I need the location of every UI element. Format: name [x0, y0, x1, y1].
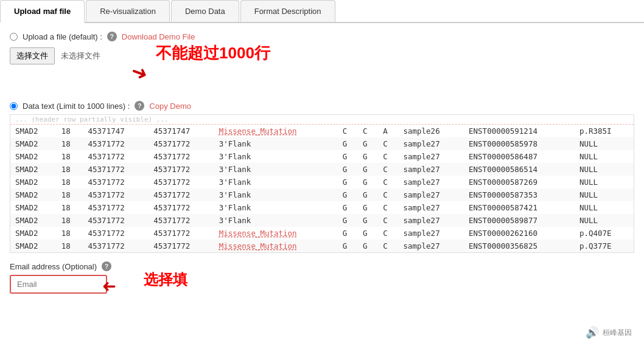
ref-cell: G	[338, 163, 358, 176]
alt2-cell: C	[378, 214, 398, 227]
protein-cell: NULL	[575, 163, 634, 176]
chr-cell: 18	[57, 201, 83, 214]
partial-header-row: ... (header row partially visible) ...	[10, 115, 634, 125]
chr-cell: 18	[57, 163, 83, 176]
file-input-row: 选择文件 未选择文件	[10, 47, 634, 64]
alt2-cell: C	[378, 150, 398, 163]
start-cell: 45371772	[83, 150, 149, 163]
sample-cell: sample27	[398, 214, 464, 227]
mutation-cell: 3'Flank	[214, 163, 338, 176]
no-file-label: 未选择文件	[61, 50, 100, 61]
table-row: SMAD2 18 45371747 45371747 Missense_Muta…	[10, 125, 634, 137]
main-content: Upload a file (default) : ? Download Dem…	[0, 23, 644, 302]
mutation-cell: 3'Flank	[214, 137, 338, 150]
gene-cell: SMAD2	[10, 150, 57, 163]
table-row: SMAD2 18 45371772 45371772 3'Flank G G C…	[10, 137, 634, 150]
transcript-cell: ENST00000587269	[464, 176, 575, 188]
email-input[interactable]	[10, 275, 107, 294]
table-row: SMAD2 18 45371772 45371772 3'Flank G G C…	[10, 163, 634, 176]
mutation-cell: 3'Flank	[214, 214, 338, 227]
alt2-cell: C	[378, 176, 398, 188]
transcript-cell: ENST00000587421	[464, 201, 575, 214]
tab-demo[interactable]: Demo Data	[171, 0, 239, 22]
alt1-cell: G	[358, 163, 378, 176]
upload-radio-label: Upload a file (default) :	[23, 32, 102, 41]
download-demo-link[interactable]: Download Demo File	[122, 32, 195, 41]
chr-cell: 18	[57, 125, 83, 137]
transcript-cell: ENST00000262160	[464, 227, 575, 240]
table-row: SMAD2 18 45371772 45371772 3'Flank G G C…	[10, 176, 634, 188]
upload-radio[interactable]	[10, 33, 18, 41]
sample-cell: sample27	[398, 240, 464, 252]
transcript-cell: ENST00000356825	[464, 240, 575, 252]
copy-demo-link[interactable]: Copy Demo	[149, 102, 191, 111]
transcript-cell: ENST00000585978	[464, 137, 575, 150]
mutation-cell: 3'Flank	[214, 176, 338, 188]
gene-cell: SMAD2	[10, 163, 57, 176]
protein-cell: NULL	[575, 137, 634, 150]
alt1-cell: G	[358, 240, 378, 252]
transcript-cell: ENST00000589877	[464, 214, 575, 227]
protein-cell: NULL	[575, 201, 634, 214]
ref-cell: G	[338, 240, 358, 252]
upload-radio-row: Upload a file (default) : ? Download Dem…	[10, 32, 634, 41]
tab-upload[interactable]: Upload maf file	[0, 0, 85, 23]
sample-cell: sample27	[398, 227, 464, 240]
email-help-icon[interactable]: ?	[102, 261, 111, 271]
ref-cell: G	[338, 214, 358, 227]
table-row: SMAD2 18 45371772 45371772 Missense_Muta…	[10, 240, 634, 252]
gene-cell: SMAD2	[10, 214, 57, 227]
gene-cell: SMAD2	[10, 137, 57, 150]
end-cell: 45371772	[149, 188, 214, 201]
alt1-cell: G	[358, 201, 378, 214]
mutation-cell[interactable]: Missense_Mutation	[214, 227, 338, 240]
start-cell: 45371772	[83, 240, 149, 252]
alt1-cell: G	[358, 176, 378, 188]
email-row-container: ➜ 选择填	[10, 275, 634, 294]
end-cell: 45371772	[149, 137, 214, 150]
chr-cell: 18	[57, 227, 83, 240]
email-annotation: 选择填	[144, 270, 187, 289]
alt1-cell: G	[358, 214, 378, 227]
mutation-cell[interactable]: Missense_Mutation	[214, 240, 338, 252]
tab-bar: Upload maf file Re-visualization Demo Da…	[0, 0, 644, 23]
ref-cell: C	[338, 125, 358, 137]
sample-cell: sample27	[398, 137, 464, 150]
chr-cell: 18	[57, 150, 83, 163]
ref-cell: G	[338, 188, 358, 201]
tab-format[interactable]: Format Description	[240, 0, 335, 22]
alt1-cell: C	[358, 125, 378, 137]
end-cell: 45371772	[149, 163, 214, 176]
gene-cell: SMAD2	[10, 188, 57, 201]
chr-cell: 18	[57, 137, 83, 150]
start-cell: 45371772	[83, 176, 149, 188]
end-cell: 45371772	[149, 240, 214, 252]
start-cell: 45371772	[83, 163, 149, 176]
start-cell: 45371772	[83, 214, 149, 227]
mutation-cell: 3'Flank	[214, 188, 338, 201]
alt2-cell: C	[378, 188, 398, 201]
transcript-cell: ENST00000587353	[464, 188, 575, 201]
data-help-icon[interactable]: ?	[135, 101, 144, 111]
mutation-cell[interactable]: Missense_Mutation	[214, 125, 338, 137]
email-section: Email address (Optional) ? ➜ 选择填	[10, 261, 634, 294]
ref-cell: G	[338, 176, 358, 188]
upload-help-icon[interactable]: ?	[107, 32, 117, 41]
email-label: Email address (Optional)	[10, 262, 97, 271]
protein-cell: p.R385I	[575, 125, 634, 137]
gene-cell: SMAD2	[10, 201, 57, 214]
data-radio[interactable]	[10, 102, 18, 110]
choose-file-button[interactable]: 选择文件	[10, 47, 55, 64]
alt2-cell: C	[378, 227, 398, 240]
alt1-cell: G	[358, 137, 378, 150]
email-label-row: Email address (Optional) ?	[10, 261, 634, 271]
protein-cell: p.Q377E	[575, 240, 634, 252]
transcript-cell: ENST00000586514	[464, 163, 575, 176]
end-cell: 45371772	[149, 214, 214, 227]
tab-revisualization[interactable]: Re-visualization	[86, 0, 170, 22]
start-cell: 45371747	[83, 125, 149, 137]
chr-cell: 18	[57, 188, 83, 201]
table-row: SMAD2 18 45371772 45371772 3'Flank G G C…	[10, 214, 634, 227]
gene-cell: SMAD2	[10, 227, 57, 240]
protein-cell: NULL	[575, 214, 634, 227]
